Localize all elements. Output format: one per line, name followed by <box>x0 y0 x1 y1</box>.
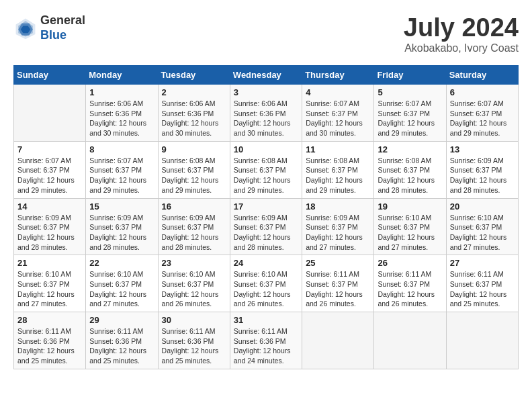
calendar-cell: 15Sunrise: 6:09 AMSunset: 6:37 PMDayligh… <box>86 198 158 255</box>
day-info: Sunrise: 6:09 AMSunset: 6:37 PMDaylight:… <box>450 156 515 195</box>
title-block: July 2024 Akobakabo, Ivory Coast <box>404 13 519 54</box>
day-number: 28 <box>17 315 82 325</box>
day-info: Sunrise: 6:10 AMSunset: 6:37 PMDaylight:… <box>17 269 82 309</box>
calendar-cell: 6Sunrise: 6:07 AMSunset: 6:37 PMDaylight… <box>446 85 518 142</box>
calendar-cell: 20Sunrise: 6:10 AMSunset: 6:37 PMDayligh… <box>446 198 518 255</box>
logo: General Blue <box>13 13 85 42</box>
day-number: 26 <box>378 258 442 268</box>
logo-text: General Blue <box>40 13 85 42</box>
header-sunday: Sunday <box>14 66 86 85</box>
calendar-table: SundayMondayTuesdayWednesdayThursdayFrid… <box>13 65 519 369</box>
page-header: General Blue July 2024 Akobakabo, Ivory … <box>13 13 519 54</box>
day-number: 6 <box>450 87 515 97</box>
day-number: 13 <box>450 144 515 154</box>
calendar-cell: 11Sunrise: 6:08 AMSunset: 6:37 PMDayligh… <box>302 141 374 198</box>
day-number: 14 <box>17 201 82 212</box>
day-number: 18 <box>306 201 370 212</box>
calendar-cell: 17Sunrise: 6:09 AMSunset: 6:37 PMDayligh… <box>230 198 302 255</box>
calendar-cell: 3Sunrise: 6:06 AMSunset: 6:36 PMDaylight… <box>230 85 302 142</box>
day-info: Sunrise: 6:08 AMSunset: 6:37 PMDaylight:… <box>378 156 442 195</box>
calendar-cell: 28Sunrise: 6:11 AMSunset: 6:36 PMDayligh… <box>14 312 86 369</box>
calendar-cell: 29Sunrise: 6:11 AMSunset: 6:36 PMDayligh… <box>86 312 158 369</box>
day-info: Sunrise: 6:08 AMSunset: 6:37 PMDaylight:… <box>234 156 298 195</box>
header-monday: Monday <box>86 66 158 85</box>
day-number: 8 <box>89 144 154 154</box>
day-info: Sunrise: 6:09 AMSunset: 6:37 PMDaylight:… <box>234 213 298 253</box>
day-number: 27 <box>450 258 515 268</box>
calendar-body: 1Sunrise: 6:06 AMSunset: 6:36 PMDaylight… <box>14 85 519 369</box>
calendar-cell: 22Sunrise: 6:10 AMSunset: 6:37 PMDayligh… <box>86 255 158 312</box>
day-info: Sunrise: 6:10 AMSunset: 6:37 PMDaylight:… <box>378 213 442 253</box>
day-info: Sunrise: 6:11 AMSunset: 6:36 PMDaylight:… <box>162 326 226 366</box>
day-number: 19 <box>378 201 442 212</box>
calendar-cell: 13Sunrise: 6:09 AMSunset: 6:37 PMDayligh… <box>446 141 518 198</box>
calendar-cell: 30Sunrise: 6:11 AMSunset: 6:36 PMDayligh… <box>158 312 230 369</box>
calendar-cell: 23Sunrise: 6:10 AMSunset: 6:37 PMDayligh… <box>158 255 230 312</box>
day-info: Sunrise: 6:06 AMSunset: 6:36 PMDaylight:… <box>162 99 226 138</box>
calendar-cell: 26Sunrise: 6:11 AMSunset: 6:37 PMDayligh… <box>374 255 446 312</box>
day-info: Sunrise: 6:09 AMSunset: 6:37 PMDaylight:… <box>89 213 154 253</box>
day-info: Sunrise: 6:07 AMSunset: 6:37 PMDaylight:… <box>378 99 442 138</box>
calendar-cell: 9Sunrise: 6:08 AMSunset: 6:37 PMDaylight… <box>158 141 230 198</box>
day-info: Sunrise: 6:07 AMSunset: 6:37 PMDaylight:… <box>450 99 515 138</box>
day-info: Sunrise: 6:10 AMSunset: 6:37 PMDaylight:… <box>89 269 154 309</box>
day-info: Sunrise: 6:09 AMSunset: 6:37 PMDaylight:… <box>17 213 82 253</box>
day-info: Sunrise: 6:08 AMSunset: 6:37 PMDaylight:… <box>306 156 370 195</box>
logo-icon <box>13 16 38 40</box>
day-number: 15 <box>89 201 154 212</box>
calendar-cell: 31Sunrise: 6:11 AMSunset: 6:36 PMDayligh… <box>230 312 302 369</box>
day-number: 29 <box>89 315 154 325</box>
day-info: Sunrise: 6:11 AMSunset: 6:37 PMDaylight:… <box>378 269 442 309</box>
calendar-cell: 16Sunrise: 6:09 AMSunset: 6:37 PMDayligh… <box>158 198 230 255</box>
day-info: Sunrise: 6:09 AMSunset: 6:37 PMDaylight:… <box>306 213 370 253</box>
calendar-cell: 5Sunrise: 6:07 AMSunset: 6:37 PMDaylight… <box>374 85 446 142</box>
calendar-cell <box>374 312 446 369</box>
week-row-5: 28Sunrise: 6:11 AMSunset: 6:36 PMDayligh… <box>14 312 519 369</box>
day-number: 21 <box>17 258 82 268</box>
day-number: 3 <box>234 87 298 97</box>
day-number: 9 <box>162 144 226 154</box>
day-number: 2 <box>162 87 226 97</box>
day-number: 10 <box>234 144 298 154</box>
header-wednesday: Wednesday <box>230 66 302 85</box>
day-number: 25 <box>306 258 370 268</box>
location-subtitle: Akobakabo, Ivory Coast <box>404 42 519 54</box>
calendar-header: SundayMondayTuesdayWednesdayThursdayFrid… <box>14 66 519 85</box>
header-saturday: Saturday <box>446 66 518 85</box>
day-info: Sunrise: 6:06 AMSunset: 6:36 PMDaylight:… <box>89 99 154 138</box>
day-info: Sunrise: 6:09 AMSunset: 6:37 PMDaylight:… <box>162 213 226 253</box>
calendar-cell: 25Sunrise: 6:11 AMSunset: 6:37 PMDayligh… <box>302 255 374 312</box>
calendar-cell: 10Sunrise: 6:08 AMSunset: 6:37 PMDayligh… <box>230 141 302 198</box>
calendar-cell: 18Sunrise: 6:09 AMSunset: 6:37 PMDayligh… <box>302 198 374 255</box>
calendar-cell <box>302 312 374 369</box>
header-tuesday: Tuesday <box>158 66 230 85</box>
month-year-title: July 2024 <box>404 13 519 42</box>
week-row-1: 1Sunrise: 6:06 AMSunset: 6:36 PMDaylight… <box>14 85 519 142</box>
day-info: Sunrise: 6:11 AMSunset: 6:36 PMDaylight:… <box>17 326 82 366</box>
day-info: Sunrise: 6:10 AMSunset: 6:37 PMDaylight:… <box>162 269 226 309</box>
day-number: 24 <box>234 258 298 268</box>
calendar-cell <box>446 312 518 369</box>
calendar-cell: 4Sunrise: 6:07 AMSunset: 6:37 PMDaylight… <box>302 85 374 142</box>
day-info: Sunrise: 6:11 AMSunset: 6:36 PMDaylight:… <box>234 326 298 366</box>
day-number: 23 <box>162 258 226 268</box>
calendar-cell <box>14 85 86 142</box>
logo-general-text: General <box>40 13 85 27</box>
day-info: Sunrise: 6:07 AMSunset: 6:37 PMDaylight:… <box>17 156 82 195</box>
day-number: 31 <box>234 315 298 325</box>
day-info: Sunrise: 6:07 AMSunset: 6:37 PMDaylight:… <box>306 99 370 138</box>
calendar-cell: 2Sunrise: 6:06 AMSunset: 6:36 PMDaylight… <box>158 85 230 142</box>
day-number: 5 <box>378 87 442 97</box>
day-info: Sunrise: 6:11 AMSunset: 6:37 PMDaylight:… <box>306 269 370 309</box>
day-number: 17 <box>234 201 298 212</box>
day-number: 16 <box>162 201 226 212</box>
day-number: 12 <box>378 144 442 154</box>
days-of-week-row: SundayMondayTuesdayWednesdayThursdayFrid… <box>14 66 519 85</box>
day-number: 1 <box>89 87 154 97</box>
calendar-cell: 8Sunrise: 6:07 AMSunset: 6:37 PMDaylight… <box>86 141 158 198</box>
day-number: 22 <box>89 258 154 268</box>
calendar-cell: 1Sunrise: 6:06 AMSunset: 6:36 PMDaylight… <box>86 85 158 142</box>
calendar-cell: 14Sunrise: 6:09 AMSunset: 6:37 PMDayligh… <box>14 198 86 255</box>
logo-blue-text: Blue <box>40 28 66 42</box>
day-info: Sunrise: 6:07 AMSunset: 6:37 PMDaylight:… <box>89 156 154 195</box>
